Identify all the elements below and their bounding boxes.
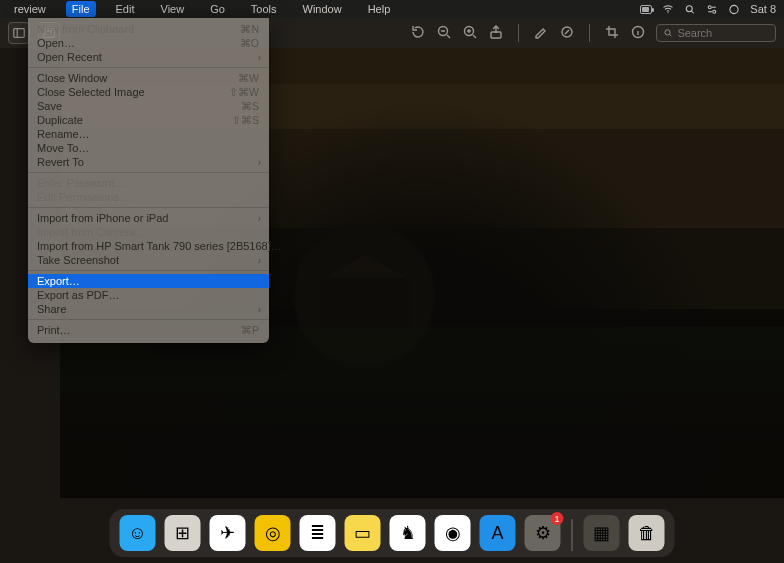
dock-notes-icon[interactable]: ▭ <box>345 515 381 551</box>
search-input[interactable] <box>677 27 769 39</box>
menu-go[interactable]: Go <box>204 1 231 17</box>
menu-window[interactable]: Window <box>297 1 348 17</box>
menu-item-open-recent[interactable]: Open Recent› <box>28 50 269 64</box>
menu-item-label: Move To… <box>37 142 259 154</box>
info-icon[interactable] <box>630 24 646 43</box>
menu-item-close-window[interactable]: Close Window⌘W <box>28 71 269 85</box>
menubar: review File Edit View Go Tools Window He… <box>0 0 784 18</box>
submenu-arrow-icon: › <box>258 255 261 266</box>
svg-rect-5 <box>14 29 25 38</box>
menu-item-shortcut: ⌘S <box>241 100 259 112</box>
svg-point-3 <box>713 10 716 13</box>
search-field[interactable] <box>656 24 776 42</box>
dock-appstore-icon[interactable]: A <box>480 515 516 551</box>
menu-item-import-from-iphone-or-ipad[interactable]: Import from iPhone or iPad› <box>28 211 269 225</box>
dock-reminders-icon[interactable]: ≣ <box>300 515 336 551</box>
submenu-arrow-icon: › <box>258 157 261 168</box>
menu-item-label: Import from HP Smart Tank 790 series [2B… <box>37 240 282 252</box>
desktop: review File Edit View Go Tools Window He… <box>0 0 784 563</box>
submenu-arrow-icon: › <box>258 304 261 315</box>
menu-file[interactable]: File <box>66 1 96 17</box>
dock-trash-icon[interactable]: 🗑 <box>629 515 665 551</box>
submenu-arrow-icon: › <box>258 213 261 224</box>
dock-badge: 1 <box>551 512 564 525</box>
markup-icon[interactable] <box>559 24 575 43</box>
svg-point-1 <box>687 5 693 11</box>
menu-separator <box>28 172 269 173</box>
menu-item-label: Rename… <box>37 128 259 140</box>
menu-item-import-from-camera: Import from Camera… <box>28 225 269 239</box>
menu-item-share[interactable]: Share› <box>28 302 269 316</box>
dock-preview-doc-icon[interactable]: ▦ <box>584 515 620 551</box>
share-icon[interactable] <box>488 24 504 43</box>
menu-item-move-to[interactable]: Move To… <box>28 141 269 155</box>
control-center-icon[interactable] <box>706 3 718 15</box>
dock-chrome-icon[interactable]: ◉ <box>435 515 471 551</box>
menu-item-label: Take Screenshot <box>37 254 259 266</box>
dock-notes-alt-icon[interactable]: ◎ <box>255 515 291 551</box>
dock-settings-icon[interactable]: ⚙1 <box>525 515 561 551</box>
menu-item-shortcut: ⌘P <box>241 324 259 336</box>
menu-item-label: Import from Camera… <box>37 226 259 238</box>
menu-item-import-from-hp-smart-tank-790-series-2b5168[interactable]: Import from HP Smart Tank 790 series [2B… <box>28 239 269 253</box>
menu-item-new-from-clipboard: New from Clipboard⌘N <box>28 22 269 36</box>
menu-item-export-as-pdf[interactable]: Export as PDF… <box>28 288 269 302</box>
menu-item-duplicate[interactable]: Duplicate⇧⌘S <box>28 113 269 127</box>
menu-tools[interactable]: Tools <box>245 1 283 17</box>
menu-item-label: Duplicate <box>37 114 232 126</box>
menu-item-label: Export… <box>37 275 259 287</box>
menu-item-print[interactable]: Print…⌘P <box>28 323 269 337</box>
spotlight-icon[interactable] <box>684 3 696 15</box>
svg-point-0 <box>668 12 669 13</box>
battery-icon[interactable] <box>640 3 652 15</box>
zoom-in-icon[interactable] <box>462 24 478 43</box>
menu-separator <box>28 270 269 271</box>
menu-separator <box>28 319 269 320</box>
menu-item-label: Revert To <box>37 156 259 168</box>
rotate-icon[interactable] <box>410 24 426 43</box>
menu-item-shortcut: ⌘N <box>240 23 259 35</box>
menu-item-edit-permissions: Edit Permissions… <box>28 190 269 204</box>
crop-icon[interactable] <box>604 24 620 43</box>
menu-item-take-screenshot[interactable]: Take Screenshot› <box>28 253 269 267</box>
file-menu-dropdown: New from Clipboard⌘NOpen…⌘OOpen Recent›C… <box>28 18 269 343</box>
highlight-icon[interactable] <box>533 24 549 43</box>
menu-item-label: Export as PDF… <box>37 289 259 301</box>
menu-view[interactable]: View <box>155 1 191 17</box>
menu-separator <box>28 207 269 208</box>
dock-brave-icon[interactable]: ♞ <box>390 515 426 551</box>
submenu-arrow-icon: › <box>258 52 261 63</box>
menu-separator <box>28 67 269 68</box>
status-date[interactable]: Sat 8 <box>750 3 776 15</box>
menu-item-label: Close Selected Image <box>37 86 229 98</box>
zoom-out-icon[interactable] <box>436 24 452 43</box>
menu-item-export[interactable]: Export… <box>28 274 269 288</box>
menu-item-label: Close Window <box>37 72 238 84</box>
menu-edit[interactable]: Edit <box>110 1 141 17</box>
svg-point-4 <box>730 5 738 13</box>
menubar-app-name[interactable]: review <box>8 1 52 17</box>
dock-maps-icon[interactable]: ✈ <box>210 515 246 551</box>
menu-item-label: Print… <box>37 324 241 336</box>
wifi-icon[interactable] <box>662 3 674 15</box>
dock: ☺⊞✈◎≣▭♞◉A⚙1▦🗑 <box>110 509 675 557</box>
svg-point-2 <box>709 5 712 8</box>
menu-item-label: Save <box>37 100 241 112</box>
sidebar-toggle-icon[interactable] <box>8 22 30 44</box>
dock-launchpad-icon[interactable]: ⊞ <box>165 515 201 551</box>
menu-item-open[interactable]: Open…⌘O <box>28 36 269 50</box>
menu-item-shortcut: ⌘O <box>240 37 259 49</box>
search-icon <box>663 27 673 39</box>
dock-finder-icon[interactable]: ☺ <box>120 515 156 551</box>
menu-item-label: Open Recent <box>37 51 259 63</box>
menu-item-label: Import from iPhone or iPad <box>37 212 259 224</box>
dock-separator <box>572 519 573 551</box>
menu-item-rename[interactable]: Rename… <box>28 127 269 141</box>
menu-item-close-selected-image[interactable]: Close Selected Image⇧⌘W <box>28 85 269 99</box>
toolbar-separator-2 <box>589 24 590 42</box>
menu-item-save[interactable]: Save⌘S <box>28 99 269 113</box>
toolbar-separator <box>518 24 519 42</box>
menu-help[interactable]: Help <box>362 1 397 17</box>
siri-icon[interactable] <box>728 3 740 15</box>
menu-item-revert-to[interactable]: Revert To› <box>28 155 269 169</box>
